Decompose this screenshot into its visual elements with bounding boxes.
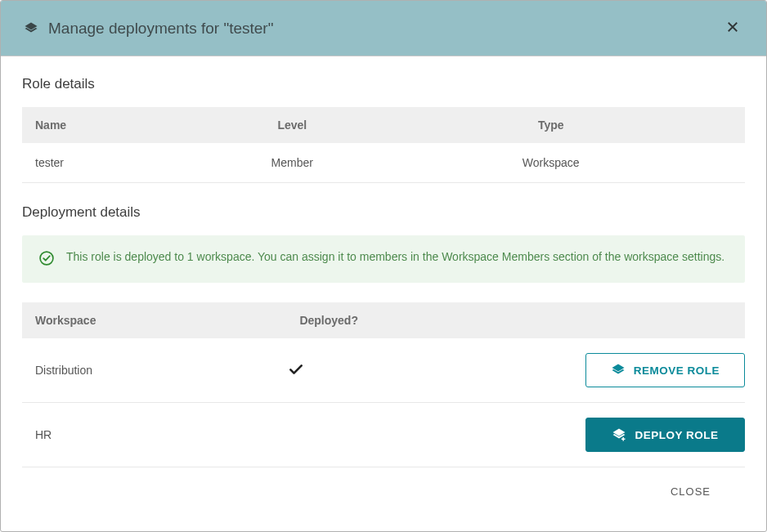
table-row: HR Deploy Role [22,403,745,467]
modal-title-wrap: Manage deployments for "tester" [24,20,273,38]
layers-add-icon [612,427,626,442]
cell-deployed [275,338,455,403]
cell-deployed [275,403,455,467]
modal-body: Role details Name Level Type tester Memb… [1,56,766,531]
modal-title: Manage deployments for "tester" [48,20,273,38]
button-label: Deploy Role [635,429,718,441]
close-button[interactable]: CLOSE [667,479,714,504]
modal-footer: CLOSE [22,467,745,524]
table-row: tester Member Workspace [22,143,745,183]
cell-workspace: HR [22,403,275,467]
cell-level: Member [191,143,392,183]
layers-icon [24,21,38,36]
col-type: Type [392,107,745,143]
role-details-table: Name Level Type tester Member Workspace [22,107,745,183]
banner-message: This role is deployed to 1 workspace. Yo… [66,248,724,266]
checkmark-icon [288,361,304,380]
remove-role-button[interactable]: Remove Role [585,353,745,387]
table-row: Distribution Remove Role [22,338,745,403]
manage-deployments-modal: Manage deployments for "tester" Role det… [0,0,767,532]
deployment-info-banner: This role is deployed to 1 workspace. Yo… [22,235,745,283]
cell-type: Workspace [392,143,745,183]
cell-name: tester [22,143,191,183]
role-details-title: Role details [22,76,745,92]
check-circle-icon [38,250,55,270]
layers-remove-icon [611,363,626,378]
deploy-role-button[interactable]: Deploy Role [585,418,745,452]
deployment-details-title: Deployment details [22,204,745,221]
col-name: Name [22,107,191,143]
modal-header: Manage deployments for "tester" [1,1,766,56]
cell-workspace: Distribution [22,338,275,403]
button-label: Remove Role [634,364,720,377]
col-level: Level [191,107,392,143]
col-workspace: Workspace [22,302,275,338]
col-deployed: Deployed? [275,302,455,338]
close-icon[interactable] [719,15,747,42]
deployment-table: Workspace Deployed? Distribution [22,302,745,467]
